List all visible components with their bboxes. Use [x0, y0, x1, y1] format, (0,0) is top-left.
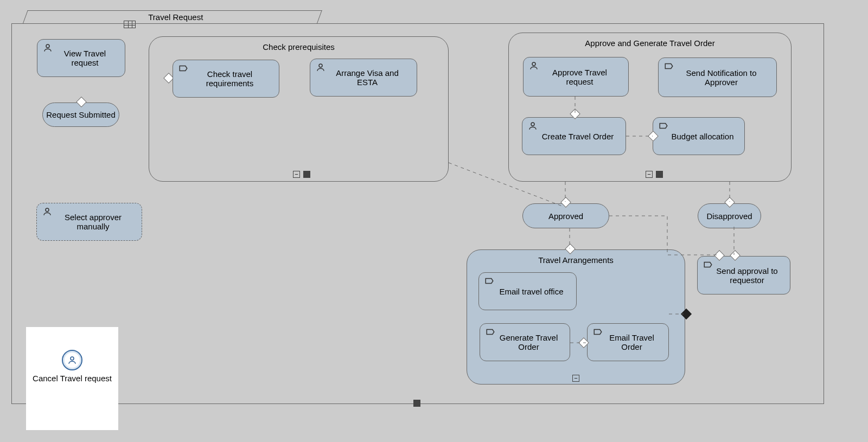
collapse-icon[interactable]: −	[293, 171, 300, 178]
task-view-travel-request[interactable]: View Travel request	[37, 39, 125, 77]
user-icon	[529, 61, 539, 71]
region-footer-icons: −	[293, 171, 310, 178]
process-title: Travel Request	[148, 12, 203, 22]
task-label: Generate Travel Order	[495, 333, 562, 351]
svg-point-2	[319, 64, 322, 67]
task-label: Send Notification to Approver	[674, 68, 769, 87]
collapse-icon[interactable]: −	[572, 375, 579, 382]
task-label: Select approver manually	[52, 213, 134, 231]
receive-signal-icon	[703, 260, 713, 270]
region-travel-arrangements[interactable]: Travel Arrangements	[467, 249, 685, 385]
receive-signal-icon	[659, 121, 668, 131]
user-icon	[316, 62, 326, 72]
task-label: Email travel office	[499, 287, 563, 296]
task-generate-travel-order[interactable]: Generate Travel Order	[480, 323, 570, 361]
user-icon	[42, 207, 52, 216]
task-approve-travel-request[interactable]: Approve Travel request	[523, 57, 629, 97]
region-footer-icons: −	[572, 375, 579, 382]
svg-point-4	[531, 123, 534, 126]
region-approve-generate[interactable]: Approve and Generate Travel Order	[508, 33, 792, 182]
task-label: Arrange Visa and ESTA	[326, 68, 409, 87]
region-title: Approve and Generate Travel Order	[509, 39, 791, 48]
task-label: Approve Travel request	[539, 68, 621, 86]
activity-stop-icon	[413, 400, 420, 407]
process-title-tab: Travel Request	[23, 10, 322, 23]
region-title: Check prerequisites	[149, 42, 448, 52]
region-title: Travel Arrangements	[467, 255, 685, 265]
user-icon	[43, 43, 53, 53]
user-icon	[528, 121, 538, 131]
state-label: Request Submitted	[46, 110, 116, 119]
receive-signal-icon	[484, 276, 494, 286]
task-send-notification-approver[interactable]: Send Notification to Approver	[658, 57, 777, 97]
task-label: View Travel request	[53, 49, 117, 67]
task-arrange-visa-esta[interactable]: Arrange Visa and ESTA	[310, 59, 417, 97]
task-email-travel-office[interactable]: Email travel office	[478, 272, 577, 310]
svg-point-0	[46, 44, 49, 48]
task-label: Email Travel Order	[603, 333, 661, 351]
task-label: Check travel requirements	[188, 69, 271, 88]
task-send-approval-requestor[interactable]: Send approval to requestor	[697, 256, 790, 294]
receive-signal-icon	[486, 327, 495, 337]
svg-point-15	[71, 357, 74, 360]
cancel-label: Cancel Travel request	[26, 374, 118, 383]
state-label: Disapproved	[706, 212, 752, 221]
task-budget-allocation[interactable]: Budget allocation	[653, 117, 745, 155]
receive-signal-icon	[593, 327, 603, 337]
receive-signal-icon	[664, 61, 674, 71]
task-label: Budget allocation	[671, 132, 733, 141]
task-create-travel-order[interactable]: Create Travel Order	[522, 117, 626, 155]
stop-icon	[656, 171, 663, 178]
diagram-canvas[interactable]: Travel Request View Travel request Reque…	[0, 0, 868, 442]
task-label: Send approval to requestor	[709, 266, 786, 285]
stop-icon	[303, 171, 310, 178]
state-label: Approved	[548, 212, 583, 221]
task-check-travel-requirements[interactable]: Check travel requirements	[173, 60, 279, 98]
svg-point-3	[532, 62, 535, 66]
collapse-icon[interactable]: −	[646, 171, 653, 178]
receive-signal-icon	[178, 63, 188, 73]
call-activity-icon	[62, 350, 82, 370]
region-footer-icons: −	[646, 171, 663, 178]
svg-point-1	[46, 208, 49, 212]
task-email-travel-order[interactable]: Email Travel Order	[587, 323, 669, 361]
cancel-popup[interactable]: Cancel Travel request	[26, 327, 118, 430]
task-label: Create Travel Order	[542, 132, 614, 141]
task-select-approver-manually[interactable]: Select approver manually	[36, 203, 142, 241]
